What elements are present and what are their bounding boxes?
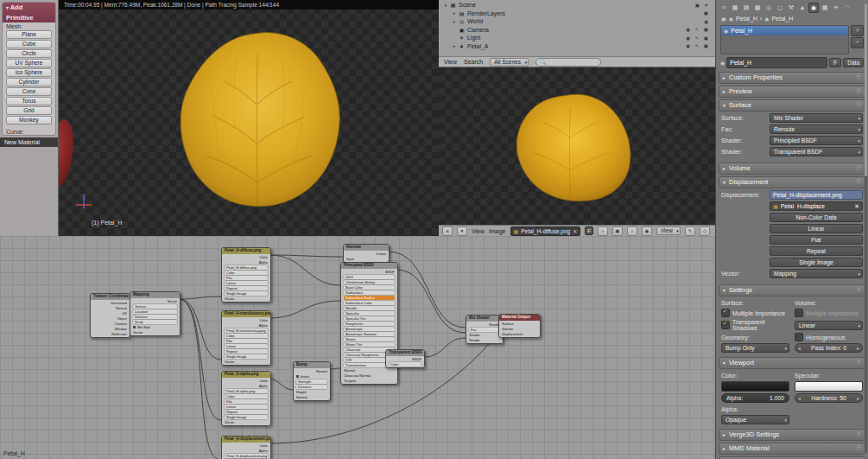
node-socket-repeat[interactable]: Repeat [225,410,268,414]
node-socket-anisotropic-rotation[interactable]: Anisotropic Rotation [344,332,395,336]
node-socket-color[interactable]: Color [225,334,268,338]
properties-scrollbar[interactable] [865,3,867,453]
expand-icon[interactable]: ▸ [451,43,458,48]
outliner-display-dropdown[interactable]: All Scenes [490,58,529,67]
node-socket-color[interactable]: Color [225,271,268,275]
node-socket-min-max[interactable]: Min Max [133,325,177,329]
material-name-field[interactable]: Petal_H [726,57,827,68]
image-datablock-field[interactable]: ▦ Petal_H-diffuse.png ✕ [510,226,581,236]
node-socket-window[interactable]: Window [93,327,127,331]
volume-sampling-dropdown[interactable]: Linear [795,319,863,331]
node-socket-fac[interactable]: Fac [469,328,500,332]
node-image-texture-translucency[interactable]: Petal_H-translucency.pngColorAlphaPetal_… [221,310,271,366]
material-slot-list[interactable]: ◉ Petal_H [720,25,849,54]
panel-custom-properties[interactable]: ▸Custom Properties [719,72,865,84]
snap-icon[interactable]: ◇ [700,226,710,236]
vector-mapping-dropdown[interactable]: Mapping [770,269,863,278]
node-socket-single-image[interactable]: Single Image [225,415,268,419]
panel-surface[interactable]: ▾Surface [719,99,865,112]
node-socket-alpha[interactable]: Alpha [225,260,268,265]
breadcrumb-material[interactable]: Petal_H [736,16,757,22]
node-title[interactable]: Mapping [130,292,180,298]
tab-menu-icon[interactable]: ≡ [719,3,729,13]
node-socket-subsurface-color[interactable]: Subsurface Color [344,301,395,305]
node-title[interactable]: Texture Coordinate [91,294,130,300]
add-slot-button[interactable]: ＋ [851,25,864,36]
node-socket-petal-h-displacement-png[interactable]: Petal_H-displacement.png [225,454,268,458]
node-socket-clearcoat-normal[interactable]: Clearcoat Normal [344,373,395,378]
expand-icon[interactable]: ▸ [451,10,458,16]
mesh-primitive-button[interactable]: Circle [6,49,52,58]
node-editor[interactable]: Texture CoordinateGeneratedNormalUVObjec… [0,236,715,459]
node-socket-normal[interactable]: Normal [296,369,327,373]
fake-user-button[interactable]: F [585,226,593,235]
displacement-image-datablock[interactable]: ▦ Petal_H-displace ✕ [770,201,863,211]
panel-verge3d-settings[interactable]: ▸Verge3D Settings [719,429,865,441]
pin-icon[interactable]: ○ [627,226,637,236]
node-bump[interactable]: BumpNormalInvertStrengthDistanceHeightNo… [293,361,331,401]
remove-slot-button[interactable]: − [851,37,864,48]
node-socket-base-color[interactable]: Base Color [344,285,395,290]
panel-volume[interactable]: ▸Volume [719,163,865,175]
image-editor-menu-image[interactable]: Image [489,228,505,234]
viewport-specular-swatch[interactable] [795,381,863,392]
visibility-toggle-icons[interactable]: ◉ [704,19,715,24]
hardness-field[interactable]: Hardness: 50 [795,393,863,403]
node-socket-vector[interactable]: Vector [225,296,268,301]
mesh-primitive-button[interactable]: Monkey [6,116,52,124]
node-socket-subsurface-radius[interactable]: Subsurface Radius [344,296,395,300]
displacement-option-button[interactable]: Flat [770,235,863,245]
visibility-toggle-icons[interactable]: ◉ ↖ ▣ [686,27,715,32]
node-socket-input[interactable]: Input [346,257,386,261]
node-socket-shader[interactable]: Shader [469,333,500,337]
outliner-search-input[interactable]: 🔍 [535,58,601,67]
outliner[interactable]: ▾▦Scene▣ ✳▸▤RenderLayers▣▸◎World◉▣Camera… [439,0,715,67]
node-socket-camera[interactable]: Camera [93,322,127,326]
mesh-primitive-button[interactable]: Grid [6,106,52,115]
node-socket-metallic[interactable]: Metallic [344,306,395,310]
node-socket-linear[interactable]: Linear [225,405,268,409]
node-socket-color[interactable]: Color [225,443,268,448]
node-socket-surface[interactable]: Surface [502,322,537,326]
node-socket-color[interactable]: Color [225,318,268,322]
node-socket-linear[interactable]: Linear [225,281,268,285]
mesh-primitive-button[interactable]: Cube [6,40,52,48]
node-socket-alpha[interactable]: Alpha [225,384,268,388]
node-title[interactable]: Reroute [344,245,389,251]
displacement-node-field[interactable]: Petal_H-displacement.png [770,190,863,200]
tab-texture-icon[interactable]: ▦ [820,3,830,13]
node-socket-generated[interactable]: Generated [93,301,127,305]
node-socket-normal[interactable]: Normal [93,306,127,310]
editor-type-icon[interactable]: ≡ [442,226,453,236]
tab-render-layers-icon[interactable]: ▤ [741,3,751,13]
viewport-alpha-slider[interactable]: Alpha:1.000 [721,393,789,403]
node-socket-color[interactable]: Color [389,362,421,367]
displacement-option-button[interactable]: Single Image [770,258,863,267]
viewport-color-swatch[interactable] [721,381,789,392]
visibility-toggle-icons[interactable]: ◉ ↖ ▣ [686,43,715,48]
node-socket-flat[interactable]: Flat [225,276,268,280]
transparent-shadows-checkbox[interactable]: Transparent Shadows [721,319,789,331]
node-title[interactable]: Petal_H-translucency.png [222,311,270,317]
surface-row-value-dropdown[interactable]: Reroute [770,124,863,134]
unlink-icon[interactable]: ✕ [573,228,577,234]
volume-multiple-importance-checkbox[interactable]: Multiple Importance [795,309,863,317]
tab-object-icon[interactable]: ◻ [775,3,785,13]
node-socket-flat[interactable]: Flat [225,339,268,343]
panel-settings[interactable]: ▾Settings [719,284,865,296]
display-channels-dropdown[interactable]: View [656,226,681,235]
node-socket-single-image[interactable]: Single Image [225,354,268,359]
add-primitive-panel-header[interactable]: Add Primitive [3,3,55,22]
node-socket-color[interactable]: Color [225,255,268,259]
outliner-row[interactable]: ▣Camera◉ ↖ ▣ [439,26,715,35]
unlink-icon[interactable]: ✕ [854,203,859,210]
node-mapping[interactable]: MappingVectorTextureLocationRotationScal… [130,291,181,336]
node-socket-ggx[interactable]: GGX [344,275,395,279]
mesh-primitive-button[interactable]: Plane [6,30,52,39]
surface-row-value-dropdown[interactable]: Transparent BSDF [770,147,863,156]
node-socket-scale[interactable]: Scale [133,320,177,324]
displacement-option-button[interactable]: Repeat [770,246,863,256]
header-collapse-icon[interactable]: ▾ [457,226,467,236]
outliner-row[interactable]: ▾▦Scene▣ ✳ [439,1,715,10]
node-title[interactable]: Petal_H-displacement.png [222,437,270,443]
